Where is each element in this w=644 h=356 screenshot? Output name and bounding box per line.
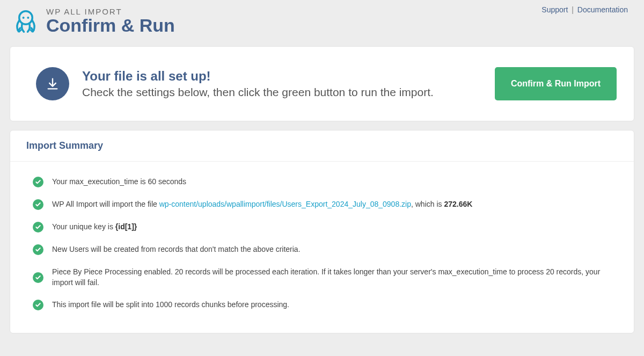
svg-point-2: [27, 17, 29, 19]
summary-item-file: WP All Import will import the file wp-co…: [33, 199, 611, 210]
summary-body: Your max_execution_time is 60 seconds WP…: [10, 162, 634, 333]
check-icon: [33, 222, 43, 233]
top-links: Support | Documentation: [541, 5, 628, 14]
summary-header: Import Summary: [10, 130, 634, 162]
setup-subtitle: Check the settings below, then click the…: [82, 86, 495, 99]
page-title: Confirm & Run: [46, 15, 175, 36]
check-icon: [33, 300, 43, 310]
file-size: 272.66K: [444, 200, 472, 208]
summary-title: Import Summary: [26, 140, 618, 151]
summary-item-split: This import file will be split into 1000…: [33, 300, 611, 310]
summary-item-exec-time: Your max_execution_time is 60 seconds: [33, 177, 611, 187]
check-icon: [33, 177, 43, 187]
file-path-link: wp-content/uploads/wpallimport/files/Use…: [159, 200, 411, 208]
file-mid: , which is: [411, 200, 444, 208]
unique-key-prefix: Your unique key is: [52, 222, 115, 231]
documentation-link[interactable]: Documentation: [577, 5, 628, 14]
split-text: This import file will be split into 1000…: [52, 300, 289, 310]
file-prefix: WP All Import will import the file: [52, 200, 159, 208]
download-circle-icon: [36, 67, 69, 100]
check-icon: [33, 244, 43, 255]
page-header: WP ALL IMPORT Confirm & Run Support | Do…: [0, 0, 644, 46]
logo-block: WP ALL IMPORT Confirm & Run: [11, 6, 175, 37]
exec-time-prefix: Your max_execution_time is: [52, 177, 148, 186]
check-icon: [33, 199, 43, 210]
confirm-run-button[interactable]: Confirm & Run Import: [495, 67, 617, 100]
piece-text: Piece By Piece Processing enabled. 20 re…: [52, 267, 611, 288]
setup-title: Your file is all set up!: [82, 69, 495, 84]
summary-item-unique-key: Your unique key is {id[1]}: [33, 222, 611, 233]
exec-time-value: 60 seconds: [148, 177, 186, 186]
unique-key-value: {id[1]}: [115, 222, 137, 231]
check-icon: [33, 272, 43, 283]
new-users-text: New Users will be created from records t…: [52, 244, 301, 255]
svg-point-1: [23, 17, 25, 19]
support-link[interactable]: Support: [541, 5, 568, 14]
summary-card: Import Summary Your max_execution_time i…: [10, 130, 634, 333]
setup-card: Your file is all set up! Check the setti…: [10, 46, 634, 121]
octopus-logo-icon: [11, 6, 41, 37]
svg-point-0: [19, 11, 33, 25]
link-divider: |: [572, 5, 574, 14]
summary-item-new-users: New Users will be created from records t…: [33, 244, 611, 255]
summary-item-piece: Piece By Piece Processing enabled. 20 re…: [33, 267, 611, 288]
